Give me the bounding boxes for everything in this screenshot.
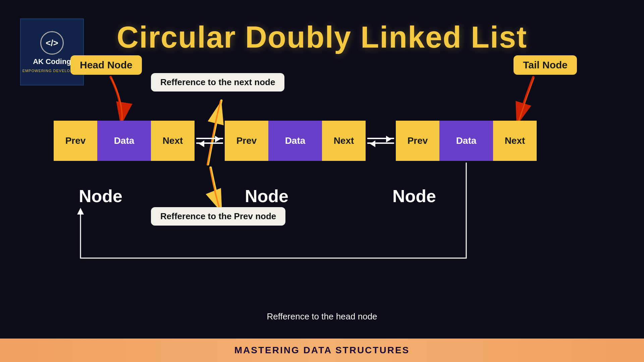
- node3-next: Next: [493, 121, 537, 161]
- backward-arrow-2: [367, 142, 394, 144]
- node3-prev: Prev: [396, 121, 439, 161]
- ref-next-badge: Refference to the next node: [151, 73, 284, 92]
- tail-node-badge: Tail Node: [514, 55, 577, 75]
- node1-data: Data: [97, 121, 151, 161]
- node2-prev: Prev: [225, 121, 268, 161]
- logo-title: AK Coding: [33, 57, 71, 66]
- svg-marker-4: [77, 208, 84, 215]
- footer-bar: MASTERING DATA STRUCTURES: [0, 339, 644, 362]
- head-node-badge: Head Node: [70, 55, 142, 75]
- ref-head-text: Refference to the head node: [0, 311, 644, 322]
- forward-arrow-1: [196, 138, 223, 139]
- node2-data: Data: [268, 121, 322, 161]
- node1-label: Node: [79, 186, 122, 206]
- node2-label: Node: [245, 186, 288, 206]
- node-3: Prev Data Next: [396, 121, 537, 161]
- arrow-2-3: [366, 138, 396, 144]
- footer-text: MASTERING DATA STRUCTURES: [234, 345, 410, 356]
- node2-next: Next: [322, 121, 366, 161]
- node-1: Prev Data Next: [54, 121, 195, 161]
- page-title: Circular Doubly Linked List: [0, 20, 644, 55]
- node-2: Prev Data Next: [225, 121, 366, 161]
- nodes-row: Prev Data Next Prev Data Next Prev Data …: [54, 121, 537, 161]
- node1-next: Next: [151, 121, 195, 161]
- node3-label: Node: [392, 186, 436, 206]
- node3-data: Data: [439, 121, 493, 161]
- arrow-1-2: [195, 138, 225, 144]
- node1-prev: Prev: [54, 121, 97, 161]
- ref-prev-badge: Refference to the Prev node: [151, 207, 285, 226]
- backward-arrow-1: [196, 142, 223, 144]
- forward-arrow-2: [367, 138, 394, 139]
